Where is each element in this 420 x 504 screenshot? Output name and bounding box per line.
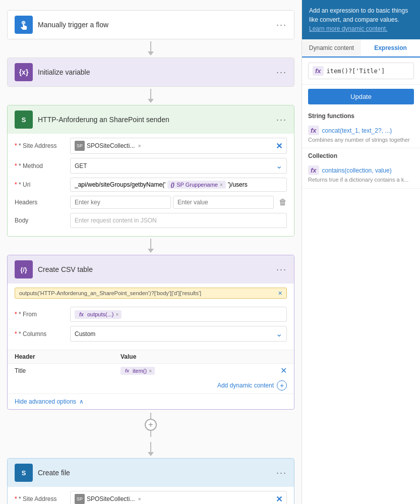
csv-value-close[interactable]: × <box>149 368 152 374</box>
contains-function-header[interactable]: fx contains(collection, value) <box>308 165 414 175</box>
body-row: Body Enter request content in JSON <box>15 213 287 228</box>
collection-title: Collection <box>302 148 420 161</box>
concat-function: fx concat(text_1, text_2?, ...) Combines… <box>302 122 420 148</box>
panel-info-text: Add an expression to do basic things lik… <box>309 7 408 23</box>
token-close[interactable]: × <box>220 182 223 188</box>
step-create-csv: {/} Create CSV table ··· outputs('HTTP-A… <box>7 255 294 410</box>
arrow-4 <box>148 442 154 456</box>
cf-site-address-input[interactable]: SP SPOSiteCollecti... × ✕ <box>70 491 287 504</box>
csv-value-token[interactable]: fx item() × <box>121 367 155 375</box>
string-functions-title: String functions <box>302 108 420 122</box>
from-input[interactable]: fx outputs(...) × <box>70 307 287 322</box>
csv-col-header-header: Header <box>15 353 115 360</box>
columns-select[interactable]: Custom ⌄ <box>70 326 287 342</box>
step-init-variable: {x} Initialize variable ··· <box>7 58 294 87</box>
headers-value-input[interactable] <box>173 196 274 209</box>
headers-inputs <box>70 196 274 209</box>
columns-dropdown-arrow[interactable]: ⌄ <box>276 329 282 339</box>
columns-label: * Columns <box>15 330 65 338</box>
cf-sharepoint-icon: SP <box>75 494 85 504</box>
manual-trigger-title: Manually trigger a flow <box>38 21 271 29</box>
contains-desc: Returns true if a dictionary contains a … <box>308 176 414 184</box>
arrow-2 <box>148 89 154 103</box>
arrow-3 <box>148 239 154 253</box>
csv-menu[interactable]: ··· <box>276 264 287 275</box>
body-placeholder: Enter request content in JSON <box>75 217 157 224</box>
uri-row: * Uri _api/web/siteGroups/getbyName(' {}… <box>15 178 287 192</box>
columns-row: * Columns Custom ⌄ <box>15 326 287 342</box>
concat-name: concat(text_1, text_2?, ...) <box>322 127 392 134</box>
panel-tabs: Dynamic content Expression <box>302 39 420 58</box>
update-button[interactable]: Update <box>308 89 414 104</box>
concat-fx-icon: fx <box>308 126 319 135</box>
csv-row-close[interactable]: ✕ <box>280 366 287 375</box>
create-file-icon: S <box>15 464 33 482</box>
concat-function-header[interactable]: fx concat(text_1, text_2?, ...) <box>308 126 414 135</box>
hide-advanced-chevron: ∧ <box>79 398 84 405</box>
headers-row: Headers 🗑 <box>15 196 287 209</box>
expression-input-row[interactable]: fx item()?['Title'] <box>308 63 414 79</box>
token-label: SP Gruppename <box>176 182 218 188</box>
cf-site-clear[interactable]: ✕ <box>276 494 282 504</box>
tab-expression-label: Expression <box>374 44 407 51</box>
body-input[interactable]: Enter request content in JSON <box>70 213 287 228</box>
uri-prefix: _api/web/siteGroups/getbyName(' <box>75 181 165 188</box>
tab-dynamic-content[interactable]: Dynamic content <box>302 39 361 57</box>
site-address-row: * Site Address SP SPOSiteCollecti... × ✕ <box>15 138 287 154</box>
panel-info-box: Add an expression to do basic things lik… <box>302 0 420 39</box>
uri-suffix: ')/users <box>228 181 248 188</box>
csv-cell-value: fx item() × <box>121 366 275 375</box>
add-dynamic-plus-btn[interactable]: + <box>277 380 287 390</box>
site-address-clear[interactable]: ✕ <box>276 141 282 151</box>
create-file-menu[interactable]: ··· <box>276 468 287 478</box>
csv-table-header-row: Header Value <box>8 350 294 363</box>
from-fx-icon: fx <box>78 311 85 318</box>
plus-connector: + <box>145 410 157 440</box>
cf-site-x-chip[interactable]: × <box>138 496 141 502</box>
token-fx-icon: {} <box>170 182 174 188</box>
uri-token-sp-gruppename[interactable]: {} SP Gruppename × <box>167 181 225 189</box>
add-dynamic-link[interactable]: Add dynamic content <box>217 382 274 389</box>
init-variable-menu[interactable]: ··· <box>276 67 287 78</box>
csv-title: Create CSV table <box>38 265 271 273</box>
csv-expression-close[interactable]: ✕ <box>278 290 282 297</box>
method-label: * Method <box>15 162 65 170</box>
from-token-close[interactable]: × <box>115 312 118 317</box>
init-variable-title: Initialize variable <box>38 68 271 76</box>
hide-advanced-row[interactable]: Hide advanced options ∧ <box>8 394 294 409</box>
step-create-file-header[interactable]: S Create file ··· <box>8 459 294 487</box>
headers-key-input[interactable] <box>70 196 171 209</box>
csv-col-header-value: Value <box>121 353 287 360</box>
step-http-header[interactable]: S HTTP-Anforderung an SharePoint senden … <box>8 105 294 134</box>
method-dropdown-arrow[interactable]: ⌄ <box>276 161 282 171</box>
expression-fx-badge: fx <box>313 66 324 76</box>
headers-delete-icon[interactable]: 🗑 <box>279 198 287 207</box>
csv-expression-label: outputs('HTTP-Anforderung_an_SharePoint_… <box>15 288 287 299</box>
step-init-header[interactable]: {x} Initialize variable ··· <box>8 58 294 86</box>
uri-label: * Uri <box>15 181 65 188</box>
panel-learn-more[interactable]: Learn more dynamic content. <box>309 25 387 32</box>
site-address-input[interactable]: SP SPOSiteCollecti... × ✕ <box>70 138 287 154</box>
hide-advanced-text: Hide advanced options <box>15 398 76 405</box>
create-file-body: * Site Address SP SPOSiteCollecti... × ✕… <box>8 487 294 504</box>
method-value: GET <box>75 162 87 170</box>
from-label: * From <box>15 311 65 318</box>
method-select[interactable]: GET ⌄ <box>70 158 287 174</box>
manual-trigger-icon <box>15 16 33 34</box>
right-panel: Add an expression to do basic things lik… <box>302 0 420 504</box>
site-address-x-chip[interactable]: × <box>138 143 141 149</box>
expression-input-value[interactable]: item()?['Title'] <box>327 68 409 75</box>
http-sharepoint-menu[interactable]: ··· <box>276 115 287 125</box>
step-manual-header[interactable]: Manually trigger a flow ··· <box>8 11 294 39</box>
add-step-btn[interactable]: + <box>145 419 157 431</box>
http-sharepoint-icon: S <box>15 110 33 129</box>
manual-trigger-menu[interactable]: ··· <box>276 20 287 30</box>
step-csv-header[interactable]: {/} Create CSV table ··· <box>8 255 294 284</box>
method-row: * Method GET ⌄ <box>15 158 287 174</box>
cf-site-address-label: * Site Address <box>15 495 65 502</box>
contains-function: fx contains(collection, value) Returns t… <box>302 161 420 188</box>
tab-expression[interactable]: Expression <box>361 39 420 58</box>
uri-input[interactable]: _api/web/siteGroups/getbyName(' {} SP Gr… <box>70 178 287 192</box>
add-dynamic-row: Add dynamic content + <box>8 377 294 394</box>
from-token[interactable]: fx outputs(...) × <box>75 310 122 319</box>
